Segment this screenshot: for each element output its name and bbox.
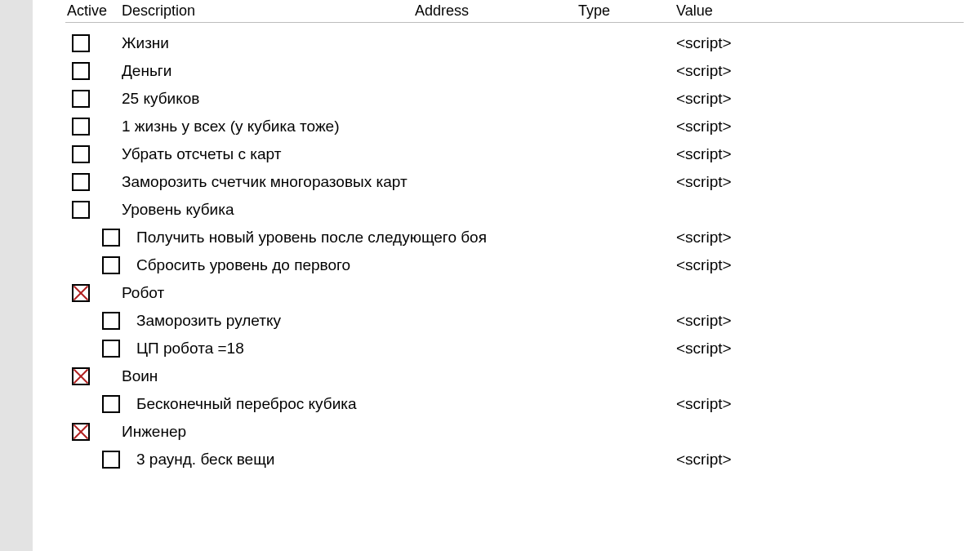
active-cell	[65, 340, 117, 358]
active-cell	[65, 145, 117, 163]
table-row[interactable]: Заморозить рулетку<script>	[65, 307, 964, 335]
active-cell	[65, 118, 117, 136]
active-cell	[65, 367, 117, 385]
column-header-address[interactable]: Address	[410, 2, 573, 20]
table-row[interactable]: ЦП робота =18<script>	[65, 335, 964, 362]
table-row[interactable]: Получить новый уровень после следующего …	[65, 224, 964, 251]
active-cell	[65, 90, 117, 108]
description-text: Жизни	[122, 34, 169, 51]
active-checkbox[interactable]	[72, 34, 90, 52]
description-cell: ЦП робота =18	[117, 340, 410, 358]
value-cell: <script>	[671, 229, 964, 247]
active-checkbox[interactable]	[72, 201, 90, 219]
active-checkbox[interactable]	[72, 367, 90, 385]
description-cell: Сбросить уровень до первого	[117, 256, 410, 274]
active-cell	[65, 34, 117, 52]
active-checkbox[interactable]	[72, 62, 90, 80]
description-cell: Бесконечный переброс кубика	[117, 395, 410, 413]
value-cell: <script>	[671, 256, 964, 274]
column-header-description[interactable]: Description	[117, 2, 410, 20]
table-header-row: Active Description Address Type Value	[65, 0, 964, 23]
active-checkbox[interactable]	[102, 229, 120, 247]
table-body: Жизни<script>Деньги<script>25 кубиков<sc…	[65, 23, 964, 473]
description-cell: Деньги	[117, 62, 410, 80]
description-text: 3 раунд. беск вещи	[122, 451, 274, 468]
description-text: Уровень кубика	[122, 201, 234, 218]
active-checkbox[interactable]	[72, 145, 90, 163]
active-cell	[65, 256, 117, 274]
value-cell: <script>	[671, 395, 964, 413]
value-cell: <script>	[671, 145, 964, 163]
description-text: Деньги	[122, 62, 172, 79]
active-checkbox[interactable]	[102, 312, 120, 330]
value-cell: <script>	[671, 173, 964, 191]
description-cell: Робот	[117, 284, 410, 302]
description-text: Робот	[122, 284, 164, 301]
table-row[interactable]: Сбросить уровень до первого<script>	[65, 251, 964, 279]
description-cell: Жизни	[117, 34, 410, 52]
table-row[interactable]: Инженер	[65, 418, 964, 446]
description-text: 25 кубиков	[122, 90, 199, 107]
active-cell	[65, 201, 117, 219]
description-cell: Убрать отсчеты с карт	[117, 145, 410, 163]
description-text: ЦП робота =18	[122, 340, 244, 357]
active-checkbox[interactable]	[72, 118, 90, 136]
active-cell	[65, 395, 117, 413]
table-row[interactable]: Убрать отсчеты с карт<script>	[65, 140, 964, 168]
active-cell	[65, 423, 117, 441]
description-cell: Заморозить рулетку	[117, 312, 410, 330]
table-row[interactable]: Воин	[65, 362, 964, 390]
active-checkbox[interactable]	[72, 90, 90, 108]
value-cell: <script>	[671, 62, 964, 80]
description-text: Воин	[122, 367, 158, 384]
description-cell: Воин	[117, 367, 410, 385]
column-header-value[interactable]: Value	[671, 2, 964, 20]
value-cell: <script>	[671, 118, 964, 136]
table-row[interactable]: Деньги<script>	[65, 57, 964, 85]
table-row[interactable]: Бесконечный переброс кубика<script>	[65, 390, 964, 418]
description-text: Инженер	[122, 423, 186, 440]
description-cell: 25 кубиков	[117, 90, 410, 108]
active-checkbox[interactable]	[102, 395, 120, 413]
table-row[interactable]: 1 жизнь у всех (у кубика тоже)<script>	[65, 113, 964, 140]
active-cell	[65, 173, 117, 191]
active-checkbox[interactable]	[72, 423, 90, 441]
description-text: Заморозить счетчик многоразовых карт	[122, 173, 408, 190]
margin-shade	[0, 0, 33, 551]
table-row[interactable]: Жизни<script>	[65, 29, 964, 57]
active-cell	[65, 284, 117, 302]
description-text: Убрать отсчеты с карт	[122, 145, 281, 162]
table-row[interactable]: Уровень кубика	[65, 196, 964, 224]
description-text: Сбросить уровень до первого	[122, 256, 350, 273]
active-checkbox[interactable]	[102, 256, 120, 274]
table-row[interactable]: Заморозить счетчик многоразовых карт<scr…	[65, 168, 964, 196]
column-header-type[interactable]: Type	[573, 2, 671, 20]
table-row[interactable]: 25 кубиков<script>	[65, 85, 964, 113]
active-cell	[65, 451, 117, 469]
table-row[interactable]: 3 раунд. беск вещи<script>	[65, 446, 964, 473]
description-cell: Уровень кубика	[117, 201, 410, 219]
active-checkbox[interactable]	[72, 284, 90, 302]
description-text: 1 жизнь у всех (у кубика тоже)	[122, 118, 340, 135]
description-cell: Получить новый уровень после следующего …	[117, 229, 410, 247]
active-checkbox[interactable]	[102, 451, 120, 469]
value-cell: <script>	[671, 34, 964, 52]
cheat-table: Active Description Address Type Value Жи…	[65, 0, 964, 473]
value-cell: <script>	[671, 451, 964, 469]
active-cell	[65, 312, 117, 330]
active-cell	[65, 62, 117, 80]
description-text: Получить новый уровень после следующего …	[122, 229, 487, 246]
description-cell: 1 жизнь у всех (у кубика тоже)	[117, 118, 410, 136]
active-checkbox[interactable]	[102, 340, 120, 358]
active-cell	[65, 229, 117, 247]
table-row[interactable]: Робот	[65, 279, 964, 307]
description-text: Бесконечный переброс кубика	[122, 395, 357, 412]
column-header-active[interactable]: Active	[65, 2, 117, 20]
value-cell: <script>	[671, 312, 964, 330]
description-cell: Инженер	[117, 423, 410, 441]
active-checkbox[interactable]	[72, 173, 90, 191]
value-cell: <script>	[671, 340, 964, 358]
description-cell: Заморозить счетчик многоразовых карт	[117, 173, 410, 191]
description-text: Заморозить рулетку	[122, 312, 281, 329]
value-cell: <script>	[671, 90, 964, 108]
